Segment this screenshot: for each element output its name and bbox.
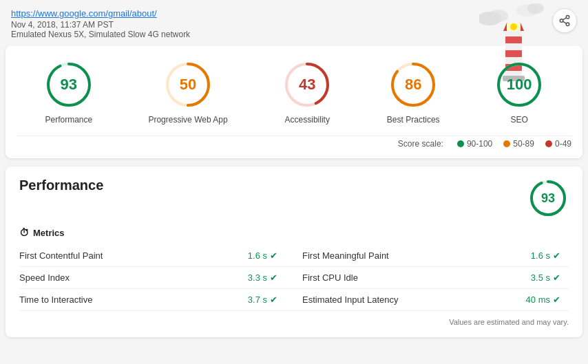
scale-dot: [457, 140, 464, 147]
score-item-accessibility[interactable]: 43 Accessibility: [282, 60, 332, 125]
performance-section: Performance 93 ⏱ Metrics First Contentfu…: [6, 167, 582, 337]
check-icon: ✔: [553, 295, 560, 305]
score-label-performance: Performance: [45, 115, 92, 125]
scale-dot: [545, 140, 552, 147]
gauge-number-performance: 93: [61, 76, 77, 94]
svg-line-16: [563, 18, 566, 20]
svg-point-12: [566, 16, 569, 19]
svg-point-14: [566, 23, 569, 26]
metric-value-wrap: 1.6 s ✔: [248, 250, 277, 261]
gauge-performance: 93: [44, 60, 94, 109]
metric-row: First CPU Idle 3.5 s ✔: [294, 267, 569, 289]
perf-header: Performance 93: [19, 178, 569, 219]
svg-point-1: [489, 10, 508, 22]
metric-row: First Meaningful Paint 1.6 s ✔: [294, 245, 569, 267]
score-label-accessibility: Accessibility: [285, 115, 330, 125]
metrics-label: Metrics: [33, 228, 65, 238]
scale-item: 0-49: [545, 139, 571, 149]
check-icon: ✔: [553, 250, 560, 261]
metric-name: First Meaningful Paint: [302, 250, 389, 261]
gauge-number-seo: 100: [507, 76, 532, 94]
footnote: Values are estimated and may vary.: [19, 318, 569, 326]
metric-value: 3.5 s: [531, 272, 550, 283]
gauge-best_practices: 86: [388, 60, 438, 109]
metric-value-wrap: 1.6 s ✔: [531, 250, 560, 261]
score-label-best_practices: Best Practices: [387, 115, 440, 125]
scale-item: 90-100: [457, 139, 492, 149]
metric-value-wrap: 3.5 s ✔: [531, 272, 560, 283]
stopwatch-icon: ⏱: [19, 227, 29, 238]
gauge-seo: 100: [494, 60, 544, 109]
svg-line-15: [563, 21, 566, 23]
metric-name: First Contentful Paint: [19, 250, 103, 261]
metric-value: 40 ms: [526, 295, 550, 305]
scale-dot: [503, 140, 510, 147]
metric-name: Time to Interactive: [19, 295, 92, 305]
perf-score-circle: 93: [527, 178, 569, 219]
gauge-number-best_practices: 86: [405, 76, 421, 94]
metrics-grid: First Contentful Paint 1.6 s ✔ First Mea…: [19, 245, 569, 311]
scores-panel: 93 Performance 50 Progressive Web App 43: [6, 46, 582, 158]
score-scale-label: Score scale:: [398, 139, 443, 149]
page-url[interactable]: https://www.google.com/gmail/about/: [11, 8, 157, 19]
scale-item: 50-89: [503, 139, 534, 149]
metric-row: First Contentful Paint 1.6 s ✔: [19, 245, 294, 267]
check-icon: ✔: [553, 272, 560, 283]
gauge-pwa: 50: [163, 60, 213, 109]
metric-row: Time to Interactive 3.7 s ✔: [19, 289, 294, 311]
metric-name: Speed Index: [19, 272, 70, 283]
check-icon: ✔: [270, 250, 277, 261]
svg-point-10: [510, 23, 517, 30]
gauge-accessibility: 43: [282, 60, 332, 109]
score-item-seo[interactable]: 100 SEO: [494, 60, 544, 125]
score-scale: Score scale: 90-100 50-89 0-49: [17, 136, 571, 149]
score-label-seo: SEO: [511, 115, 528, 125]
metric-value: 3.7 s: [248, 295, 267, 305]
score-item-performance[interactable]: 93 Performance: [44, 60, 94, 125]
score-item-best_practices[interactable]: 86 Best Practices: [387, 60, 440, 125]
svg-point-13: [560, 19, 563, 23]
share-button[interactable]: [552, 8, 577, 33]
metric-name: Estimated Input Latency: [302, 295, 398, 305]
metric-value: 3.3 s: [248, 272, 267, 283]
scale-range-label: 90-100: [467, 139, 492, 149]
metric-value-wrap: 3.7 s ✔: [248, 295, 277, 305]
metric-name: First CPU Idle: [302, 272, 358, 283]
header: https://www.google.com/gmail/about/ Nov …: [0, 0, 588, 46]
score-item-pwa[interactable]: 50 Progressive Web App: [148, 60, 227, 125]
svg-rect-5: [505, 36, 522, 43]
score-label-pwa: Progressive Web App: [148, 115, 227, 125]
perf-title: Performance: [19, 178, 103, 193]
scale-range-label: 50-89: [513, 139, 534, 149]
gauge-number-pwa: 50: [180, 76, 196, 94]
metric-value-wrap: 3.3 s ✔: [248, 272, 277, 283]
gauge-number-accessibility: 43: [299, 76, 315, 94]
svg-rect-6: [505, 50, 522, 57]
metric-value-wrap: 40 ms ✔: [526, 295, 560, 305]
metrics-header: ⏱ Metrics: [19, 227, 569, 238]
metric-value: 1.6 s: [248, 250, 267, 261]
scale-range-label: 0-49: [555, 139, 571, 149]
metric-row: Estimated Input Latency 40 ms ✔: [294, 289, 569, 311]
check-icon: ✔: [270, 272, 277, 283]
metric-value: 1.6 s: [531, 250, 550, 261]
check-icon: ✔: [270, 295, 277, 305]
perf-score-number: 93: [541, 191, 555, 206]
metric-row: Speed Index 3.3 s ✔: [19, 267, 294, 289]
